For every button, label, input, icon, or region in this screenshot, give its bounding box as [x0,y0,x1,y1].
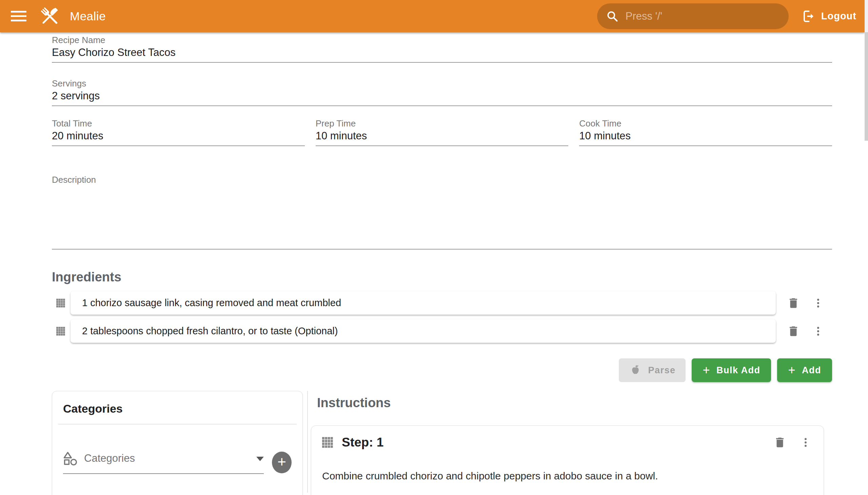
ingredient-actions: Parse + Bulk Add + Add [52,358,832,382]
parse-button[interactable]: Parse [619,358,685,382]
cook-time-field[interactable]: Cook Time 10 minutes [579,118,832,146]
delete-ingredient-button[interactable] [784,325,803,338]
ingredients-heading: Ingredients [52,269,832,285]
create-category-button[interactable]: + [272,451,292,473]
scrollbar-corner [865,0,868,32]
apple-icon [629,364,642,377]
total-time-label: Total Time [52,118,305,129]
add-button[interactable]: + Add [777,358,832,382]
delete-step-button[interactable] [773,436,786,449]
plus-icon: + [277,454,286,469]
time-fields-row: Total Time 20 minutes Prep Time 10 minut… [52,118,832,146]
instructions-heading: Instructions [312,395,832,411]
drag-handle-icon[interactable] [322,437,333,448]
description-label: Description [52,175,832,185]
logout-button[interactable]: Logout [802,10,856,23]
cook-time-label: Cook Time [579,118,832,129]
trash-icon [773,436,786,449]
categories-select-label: Categories [84,451,135,466]
hamburger-icon [11,8,27,24]
total-time-field[interactable]: Total Time 20 minutes [52,118,305,146]
app-bar: Mealie Logout [0,0,865,32]
description-value[interactable] [52,185,832,247]
search-icon [606,10,619,23]
divider [58,424,297,425]
prep-time-label: Prep Time [316,118,568,129]
plus-icon: + [788,364,796,376]
add-label: Add [802,365,821,376]
plus-icon: + [702,364,710,376]
logout-icon [802,10,815,23]
categories-card: Categories Categories [52,391,303,495]
categories-card-title: Categories [63,402,292,416]
dots-vertical-icon [812,297,824,309]
step-title: Step: 1 [342,435,384,449]
servings-value[interactable]: 2 servings [52,88,832,103]
prep-time-value[interactable]: 10 minutes [316,129,568,143]
logout-label: Logout [821,11,856,22]
search-bar[interactable] [597,3,789,29]
shapes-icon [63,451,78,466]
total-time-value[interactable]: 20 minutes [52,129,305,143]
mealie-logo-silverware-icon [39,5,61,28]
app-title: Mealie [70,10,106,23]
ingredient-input[interactable]: 1 chorizo sausage link, casing removed a… [70,291,776,314]
ingredient-text: 1 chorizo sausage link, casing removed a… [82,297,341,309]
recipe-name-label: Recipe Name [52,35,832,45]
categories-column: Categories Categories [52,391,303,493]
servings-label: Servings [52,78,832,88]
cook-time-value[interactable]: 10 minutes [579,129,832,143]
ingredient-text: 2 tablespoons chopped fresh cilantro, or… [82,325,338,337]
drag-handle-icon[interactable] [56,299,65,308]
delete-ingredient-button[interactable] [784,297,803,309]
trash-icon [787,325,800,338]
ingredient-menu-button[interactable] [810,325,826,337]
scrollbar-thumb[interactable] [865,32,868,141]
parse-label: Parse [648,365,676,376]
search-input[interactable] [626,10,780,22]
dots-vertical-icon [812,325,824,337]
ingredient-row: 2 tablespoons chopped fresh cilantro, or… [52,319,832,343]
recipe-name-value[interactable]: Easy Chorizo Street Tacos [52,45,832,60]
bulk-add-label: Bulk Add [716,365,761,376]
menu-button[interactable] [7,4,31,28]
drag-handle-icon[interactable] [56,327,65,336]
bottom-section: Categories Categories [52,391,832,493]
caret-down-icon [256,457,264,461]
recipe-name-field[interactable]: Recipe Name Easy Chorizo Street Tacos [52,35,832,63]
recipe-editor: Recipe Name Easy Chorizo Street Tacos Se… [0,32,868,493]
description-field[interactable]: Description [52,175,832,250]
servings-field[interactable]: Servings 2 servings [52,78,832,106]
instructions-column: Instructions Step: 1 [308,391,832,493]
step-text-input[interactable]: Combine crumbled chorizo and chipotle pe… [322,468,811,483]
trash-icon [787,297,800,309]
instruction-step-card: Step: 1 Combine crumbled chorizo and chi… [311,426,824,495]
prep-time-field[interactable]: Prep Time 10 minutes [316,118,568,146]
ingredient-menu-button[interactable] [810,297,826,309]
ingredient-row: 1 chorizo sausage link, casing removed a… [52,291,832,314]
categories-select[interactable]: Categories [63,451,264,474]
bulk-add-button[interactable]: + Bulk Add [692,358,771,382]
ingredient-input[interactable]: 2 tablespoons chopped fresh cilantro, or… [70,319,776,343]
dots-vertical-icon [800,437,811,448]
step-menu-button[interactable] [800,437,811,448]
